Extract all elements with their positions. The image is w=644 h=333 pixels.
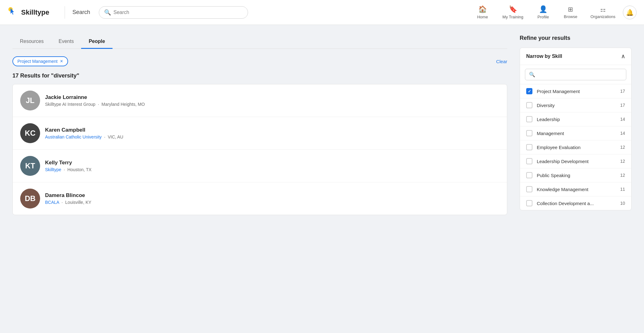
person-meta: Skilltype · Houston, TX xyxy=(45,167,499,172)
person-info: Jackie Lorrainne Skilltype AI Interest G… xyxy=(45,94,499,107)
nav-browse-label: Browse xyxy=(564,14,577,19)
person-item[interactable]: DB Damera Blincoe BCALA · Louisville, KY xyxy=(13,182,507,215)
person-org-link[interactable]: Skilltype xyxy=(45,167,61,172)
skill-count: 12 xyxy=(620,159,625,164)
nav-organizations[interactable]: ⚏ Organizations xyxy=(586,3,620,21)
people-list: JL Jackie Lorrainne Skilltype AI Interes… xyxy=(12,84,507,215)
skill-count: 17 xyxy=(620,89,625,94)
search-tabs: Resources Events People xyxy=(12,35,507,49)
skill-label: Collection Development a... xyxy=(537,201,616,206)
person-name: Damera Blincoe xyxy=(45,192,499,199)
skill-item-public-speaking[interactable]: Public Speaking 12 xyxy=(520,168,631,182)
skill-search-input-wrapper[interactable]: 🔍 xyxy=(525,69,626,80)
nav-profile-label: Profile xyxy=(537,15,549,19)
person-info: Kelly Terry Skilltype · Houston, TX xyxy=(45,160,499,172)
browse-icon: ⊞ xyxy=(568,6,573,13)
skill-checkbox-knowledge-management[interactable] xyxy=(526,186,532,192)
avatar: KT xyxy=(20,156,40,176)
skill-label: Project Management xyxy=(537,89,616,94)
skill-search-input[interactable] xyxy=(538,72,622,77)
skill-label: Leadership xyxy=(537,117,616,122)
narrow-by-skill-label: Narrow by Skill xyxy=(526,54,562,59)
skill-item-collection-development[interactable]: Collection Development a... 10 xyxy=(520,196,631,210)
skill-checkbox-project-management[interactable] xyxy=(526,88,532,94)
bell-icon: 🔔 xyxy=(626,9,634,16)
person-info: Damera Blincoe BCALA · Louisville, KY xyxy=(45,192,499,205)
person-location: Louisville, KY xyxy=(65,200,91,205)
skill-count: 12 xyxy=(620,145,625,150)
person-location: Houston, TX xyxy=(67,167,92,172)
header: Skilltype Search 🔍 🏠 Home 🔖 My Training … xyxy=(0,0,644,25)
avatar: KC xyxy=(20,123,40,143)
skill-label: Public Speaking xyxy=(537,173,616,178)
skill-checkbox-leadership[interactable] xyxy=(526,116,532,122)
skill-item-management[interactable]: Management 14 xyxy=(520,126,631,140)
narrow-by-skill-header[interactable]: Narrow by Skill ∧ xyxy=(520,48,631,65)
person-org-link[interactable]: BCALA xyxy=(45,200,59,205)
logo-area: Skilltype xyxy=(7,7,57,18)
main-container: Resources Events People Project Manageme… xyxy=(0,25,644,225)
content-area: Resources Events People Project Manageme… xyxy=(12,35,507,215)
person-org: Skilltype AI Interest Group xyxy=(45,102,95,107)
skill-checkbox-diversity[interactable] xyxy=(526,102,532,108)
skill-checkbox-public-speaking[interactable] xyxy=(526,172,532,178)
results-count: 17 Results for "diversity" xyxy=(12,73,507,79)
avatar-initials: KC xyxy=(25,129,36,138)
refine-title: Refine your results xyxy=(520,35,632,41)
skill-label: Management xyxy=(537,131,616,136)
person-location: VIC, AU xyxy=(108,134,123,139)
skill-item-employee-evaluation[interactable]: Employee Evaluation 12 xyxy=(520,140,631,154)
chip-label: Project Management xyxy=(17,59,58,64)
skill-checkbox-employee-evaluation[interactable] xyxy=(526,144,532,150)
skill-search-area: 🔍 xyxy=(520,65,631,84)
skill-count: 17 xyxy=(620,103,625,108)
skill-section: Narrow by Skill ∧ 🔍 Project Management 1… xyxy=(520,48,632,210)
skill-count: 14 xyxy=(620,117,625,122)
person-item[interactable]: JL Jackie Lorrainne Skilltype AI Interes… xyxy=(13,84,507,117)
avatar: JL xyxy=(20,91,40,110)
nav-browse[interactable]: ⊞ Browse xyxy=(558,3,583,21)
nav-my-training-label: My Training xyxy=(503,15,523,19)
chevron-up-icon: ∧ xyxy=(621,53,625,60)
person-item[interactable]: KC Karen Campbell Australian Catholic Un… xyxy=(13,117,507,150)
notification-button[interactable]: 🔔 xyxy=(623,6,637,19)
nav-home[interactable]: 🏠 Home xyxy=(470,3,495,22)
header-divider xyxy=(65,6,65,19)
tab-resources[interactable]: Resources xyxy=(12,35,51,49)
tab-events[interactable]: Events xyxy=(51,35,81,49)
skill-label: Leadership Development xyxy=(537,159,616,164)
skill-label: Knowledge Management xyxy=(537,187,616,192)
skill-checkbox-leadership-development[interactable] xyxy=(526,158,532,164)
project-management-chip[interactable]: Project Management × xyxy=(12,56,68,66)
global-search-bar[interactable]: 🔍 xyxy=(99,6,248,19)
nav-my-training[interactable]: 🔖 My Training xyxy=(498,3,528,22)
skill-item-diversity[interactable]: Diversity 17 xyxy=(520,98,631,112)
logo-title: Skilltype xyxy=(21,8,49,16)
skill-count: 11 xyxy=(620,187,625,192)
skill-item-leadership[interactable]: Leadership 14 xyxy=(520,112,631,126)
logo-icon xyxy=(7,7,19,18)
person-meta: BCALA · Louisville, KY xyxy=(45,200,499,205)
skill-item-knowledge-management[interactable]: Knowledge Management 11 xyxy=(520,182,631,196)
avatar: DB xyxy=(20,189,40,209)
clear-button[interactable]: Clear xyxy=(496,59,507,64)
skill-checkbox-collection-development[interactable] xyxy=(526,200,532,206)
person-org-link[interactable]: Australian Catholic University xyxy=(45,134,102,139)
person-item[interactable]: KT Kelly Terry Skilltype · Houston, TX xyxy=(13,150,507,182)
nav-profile[interactable]: 👤 Profile xyxy=(531,3,556,22)
skill-item-project-management[interactable]: Project Management 17 xyxy=(520,84,631,98)
home-icon: 🏠 xyxy=(478,5,487,13)
skill-item-leadership-development[interactable]: Leadership Development 12 xyxy=(520,154,631,168)
person-info: Karen Campbell Australian Catholic Unive… xyxy=(45,127,499,139)
nav-organizations-label: Organizations xyxy=(591,14,615,19)
chip-close-icon[interactable]: × xyxy=(60,59,63,64)
header-search-label: Search xyxy=(72,9,90,16)
avatar-initials: KT xyxy=(25,162,35,170)
tab-people[interactable]: People xyxy=(81,35,112,49)
person-meta: Australian Catholic University · VIC, AU xyxy=(45,134,499,139)
skill-checkbox-management[interactable] xyxy=(526,130,532,136)
bookmark-icon: 🔖 xyxy=(509,5,517,13)
filter-row: Project Management × Clear xyxy=(12,56,507,66)
person-name: Jackie Lorrainne xyxy=(45,94,499,101)
global-search-input[interactable] xyxy=(113,10,243,15)
